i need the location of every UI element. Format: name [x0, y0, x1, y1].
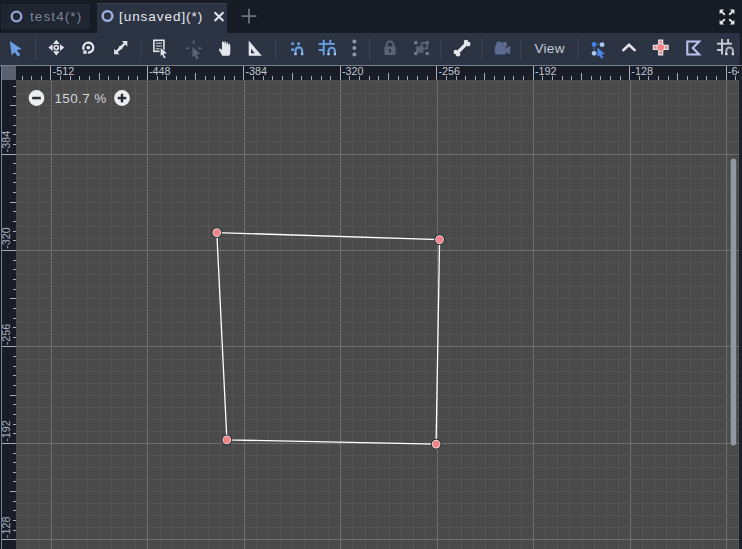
svg-text:-192: -192 [535, 66, 557, 77]
svg-text:-448: -448 [149, 66, 171, 77]
svg-text:-320: -320 [0, 227, 12, 249]
svg-text:-320: -320 [342, 66, 364, 77]
svg-text:150.7 %: 150.7 % [55, 91, 107, 106]
svg-text:-256: -256 [438, 66, 460, 77]
svg-text:-128: -128 [631, 66, 653, 77]
svg-text:-384: -384 [246, 66, 268, 77]
svg-text:-512: -512 [53, 66, 75, 77]
svg-text:-256: -256 [0, 324, 12, 346]
svg-text:-192: -192 [0, 420, 12, 442]
svg-text:-384: -384 [0, 131, 12, 153]
svg-text:-128: -128 [0, 517, 12, 539]
